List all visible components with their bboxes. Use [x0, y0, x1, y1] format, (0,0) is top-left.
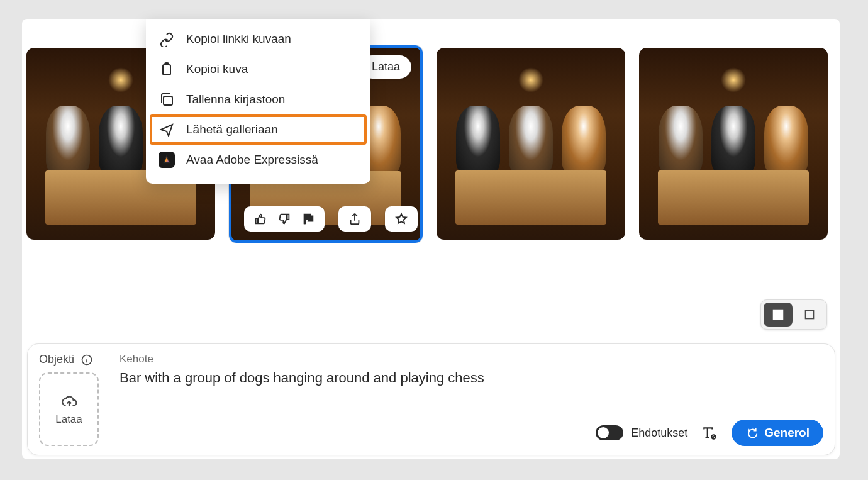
- prompt-label: Kehote: [120, 353, 823, 366]
- thumb-action-bar: [244, 206, 408, 232]
- suggestions-toggle[interactable]: [596, 425, 623, 440]
- menu-submit-gallery[interactable]: Lähetä galleriaan: [150, 114, 367, 145]
- library-icon: [159, 91, 175, 108]
- suggestions-label: Ehdotukset: [631, 427, 687, 440]
- app-canvas: Lataa: [22, 19, 840, 459]
- menu-item-label: Lähetä galleriaan: [186, 123, 278, 137]
- rating-group: [244, 206, 325, 232]
- thumbs-down-icon[interactable]: [277, 211, 292, 226]
- menu-copy-image[interactable]: Kopioi kuva: [146, 54, 370, 84]
- context-menu: Kopioi linkki kuvaan Kopioi kuva Tallenn…: [146, 19, 370, 184]
- prompt-column: Kehote Bar with a group of dogs hanging …: [120, 353, 823, 446]
- svg-rect-0: [163, 65, 170, 75]
- generate-button[interactable]: Generoi: [732, 420, 823, 446]
- info-icon[interactable]: [81, 354, 93, 366]
- menu-item-label: Kopioi kuva: [186, 62, 248, 76]
- menu-item-label: Kopioi linkki kuvaan: [186, 32, 291, 46]
- share-group: [338, 206, 371, 232]
- send-icon: [159, 121, 175, 138]
- clipboard-icon: [159, 61, 175, 77]
- upload-label: Lataa: [55, 413, 82, 426]
- flag-icon[interactable]: [301, 211, 316, 226]
- text-style-button[interactable]: [701, 425, 718, 441]
- view-toggle: [760, 299, 827, 330]
- menu-item-label: Tallenna kirjastoon: [186, 92, 285, 106]
- svg-rect-4: [774, 315, 777, 319]
- single-view-button[interactable]: [795, 303, 824, 327]
- share-icon[interactable]: [347, 211, 362, 226]
- suggestions-toggle-wrap: Ehdotukset: [596, 425, 687, 440]
- generate-label: Generoi: [764, 426, 810, 440]
- upload-reference[interactable]: Lataa: [39, 372, 99, 446]
- favorite-group: [385, 206, 418, 232]
- star-icon[interactable]: [394, 211, 409, 226]
- object-label: Objekti: [39, 353, 74, 366]
- result-thumb[interactable]: [437, 48, 625, 240]
- thumbs-up-icon[interactable]: [253, 211, 268, 226]
- link-icon: [159, 31, 175, 47]
- svg-rect-2: [774, 310, 777, 314]
- svg-rect-3: [779, 310, 782, 314]
- object-heading: Objekti: [39, 353, 99, 366]
- sparkle-refresh-icon: [745, 427, 758, 439]
- menu-save-library[interactable]: Tallenna kirjastoon: [146, 84, 370, 114]
- svg-rect-1: [164, 96, 172, 105]
- menu-item-label: Avaa Adobe Expressissä: [186, 153, 318, 167]
- grid-view-button[interactable]: [764, 303, 793, 327]
- result-thumb[interactable]: [639, 48, 828, 240]
- prompt-bar: Objekti Lataa Kehote Bar with a group of…: [27, 343, 835, 455]
- prompt-controls: Ehdotukset Generoi: [596, 420, 823, 446]
- menu-open-express[interactable]: Avaa Adobe Expressissä: [146, 145, 370, 175]
- upload-cloud-icon: [60, 393, 79, 410]
- object-column: Objekti Lataa: [39, 353, 108, 446]
- adobe-express-icon: [159, 152, 175, 168]
- menu-copy-link[interactable]: Kopioi linkki kuvaan: [146, 24, 370, 54]
- svg-rect-5: [779, 315, 782, 319]
- prompt-input[interactable]: Bar with a group of dogs hanging around …: [120, 369, 823, 388]
- svg-rect-6: [806, 311, 814, 319]
